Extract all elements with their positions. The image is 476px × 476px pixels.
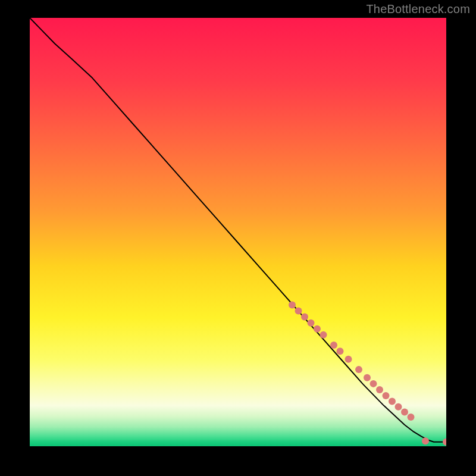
curve-marker <box>355 366 362 373</box>
curve-marker <box>401 408 408 415</box>
curve-marker <box>314 325 321 333</box>
attribution-text: TheBottleneck.com <box>366 2 470 16</box>
curve-marker <box>395 403 402 411</box>
curve-marker <box>408 414 415 421</box>
curve-marker <box>295 307 302 314</box>
curve-marker <box>289 301 296 308</box>
plot-area <box>30 18 446 446</box>
curve-marker <box>308 320 315 327</box>
chart-svg <box>30 18 446 446</box>
curve-marker <box>370 380 377 387</box>
curve-marker <box>337 347 344 355</box>
curve-marker <box>389 397 396 405</box>
curve-marker <box>376 386 383 393</box>
curve-marker <box>320 331 327 339</box>
curve-marker <box>330 342 337 349</box>
curve-marker <box>301 314 308 321</box>
curve-marker <box>345 356 352 363</box>
curve-marker <box>383 392 390 399</box>
curve-marker <box>422 437 429 444</box>
gradient-background <box>30 18 446 446</box>
curve-marker <box>364 374 371 381</box>
chart-frame: TheBottleneck.com <box>0 0 476 476</box>
